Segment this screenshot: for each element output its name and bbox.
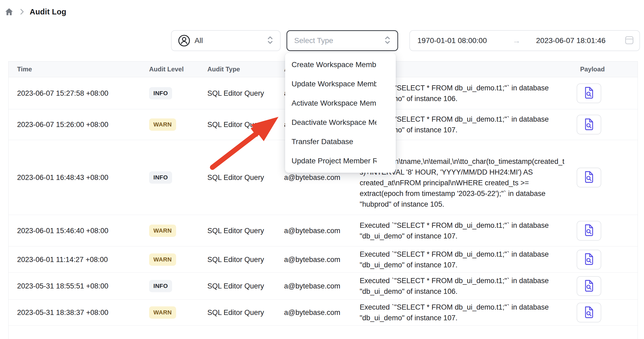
home-icon[interactable]	[5, 8, 13, 16]
breadcrumb: Audit Log	[5, 6, 66, 17]
payload-view-button[interactable]	[577, 276, 601, 296]
audit-level-badge: INFO	[149, 280, 172, 292]
chevron-up-down-icon	[385, 36, 390, 45]
cell-actor: a@bytebase.com	[284, 173, 340, 182]
payload-view-button[interactable]	[577, 221, 601, 241]
cell-audit-level: INFO	[149, 280, 172, 292]
cell-time: 2023-05-31 18:55:51 +08:00	[17, 282, 108, 290]
column-header-time: Time	[17, 66, 32, 73]
cell-time: 2023-06-01 16:48:43 +08:00	[17, 173, 108, 182]
payload-view-button[interactable]	[577, 168, 601, 187]
person-circle-icon	[178, 34, 190, 47]
table-row: 2023-05-31 18:38:37 +08:00 WARN SQL Edit…	[9, 300, 638, 326]
cell-actor: a@bytebase.com	[284, 255, 340, 264]
type-option-label: Create Workspace Member	[292, 60, 377, 69]
document-search-icon	[583, 171, 595, 184]
type-option-item[interactable]: Update Project Member Role	[285, 151, 396, 171]
cell-audit-type: SQL Editor Query	[207, 255, 264, 264]
chevron-up-down-icon	[267, 36, 273, 45]
table-row	[9, 326, 638, 339]
arrow-right-icon: →	[513, 36, 521, 45]
payload-view-button[interactable]	[577, 115, 601, 134]
type-option-item[interactable]: Activate Workspace Member	[285, 94, 396, 113]
cell-actor: a@bytebase.com	[284, 309, 340, 317]
calendar-icon	[625, 36, 634, 45]
type-option-label: Update Project Member Role	[292, 157, 377, 165]
date-range-end[interactable]: 2023-06-07 18:01:46	[536, 36, 606, 45]
date-range-start[interactable]: 1970-01-01 08:00:00	[417, 36, 487, 45]
payload-view-button[interactable]	[577, 250, 601, 269]
cell-time: 2023-06-07 15:27:58 +08:00	[17, 89, 108, 97]
document-search-icon	[583, 306, 595, 319]
cell-audit-type: SQL Editor Query	[207, 173, 264, 182]
type-select-dropdown-menu: Create Workspace Member Update Workspace…	[285, 53, 396, 173]
cell-comment: Executed `"SELECT * FROM db_ui_demo.t1;"…	[360, 275, 568, 297]
cell-actor: a@bytebase.com	[284, 282, 340, 290]
cell-actor: a@bytebase.com	[284, 226, 340, 235]
cell-comment: Executed `"SELECT * FROM db_ui_demo.t1;"…	[360, 249, 568, 270]
column-header-audit-type: Audit Type	[207, 66, 240, 73]
cell-audit-type: SQL Editor Query	[207, 121, 264, 129]
cell-time: 2023-06-01 15:46:40 +08:00	[17, 226, 108, 235]
audit-level-badge: WARN	[149, 225, 176, 237]
cell-audit-level: WARN	[149, 253, 176, 266]
actor-filter-value: All	[195, 36, 203, 45]
cell-comment: Executed `"SELECT * FROM db_ui_demo.t1;"…	[360, 302, 568, 323]
cell-audit-level: WARN	[149, 118, 176, 131]
document-search-icon	[583, 279, 595, 293]
payload-view-button[interactable]	[577, 303, 601, 322]
type-option-item[interactable]: Transfer Database	[285, 132, 396, 151]
document-search-icon	[583, 118, 595, 132]
cell-audit-type: SQL Editor Query	[207, 89, 264, 97]
table-row: 2023-06-01 11:14:27 +08:00 WARN SQL Edit…	[9, 246, 638, 273]
audit-level-badge: INFO	[149, 87, 172, 99]
type-option-label: Update Workspace Member	[292, 80, 377, 88]
date-range-picker[interactable]: 1970-01-01 08:00:00 → 2023-06-07 18:01:4…	[409, 30, 640, 51]
cell-audit-level: INFO	[149, 171, 172, 184]
document-search-icon	[583, 253, 595, 266]
cell-audit-type: SQL Editor Query	[207, 226, 264, 235]
audit-level-badge: WARN	[149, 253, 176, 266]
chevron-right-icon	[20, 9, 24, 15]
cell-time: 2023-06-07 15:26:00 +08:00	[17, 121, 108, 129]
type-option-label: Activate Workspace Member	[292, 99, 377, 107]
audit-level-badge: INFO	[149, 171, 172, 184]
cell-audit-level: WARN	[149, 306, 176, 319]
type-option-item[interactable]: Create Workspace Member	[285, 55, 396, 74]
table-row: 2023-06-01 15:46:40 +08:00 WARN SQL Edit…	[9, 215, 638, 246]
table-row: 2023-05-31 18:55:51 +08:00 INFO SQL Edit…	[9, 273, 638, 300]
type-option-label: Transfer Database	[292, 137, 377, 146]
audit-level-badge: WARN	[149, 306, 176, 319]
payload-view-button[interactable]	[577, 83, 601, 103]
document-search-icon	[583, 86, 595, 100]
cell-audit-type: SQL Editor Query	[207, 282, 264, 290]
type-filter-select[interactable]: Select Type	[286, 30, 398, 51]
page-title: Audit Log	[30, 7, 66, 16]
cell-audit-type: SQL Editor Query	[207, 309, 264, 317]
document-search-icon	[583, 224, 595, 237]
type-filter-placeholder: Select Type	[294, 36, 333, 45]
audit-level-badge: WARN	[149, 118, 176, 131]
cell-time: 2023-06-01 11:14:27 +08:00	[17, 255, 108, 264]
cell-audit-level: INFO	[149, 87, 172, 99]
column-header-payload: Payload	[580, 66, 605, 73]
column-header-audit-level: Audit Level	[149, 66, 184, 73]
type-option-item[interactable]: Update Workspace Member	[285, 74, 396, 94]
type-option-item[interactable]: Deactivate Workspace Member	[285, 113, 396, 132]
cell-time: 2023-05-31 18:38:37 +08:00	[17, 309, 108, 317]
cell-comment: Executed `"SELECT * FROM db_ui_demo.t1;"…	[360, 220, 568, 241]
type-option-label: Deactivate Workspace Member	[292, 118, 377, 127]
actor-filter-select[interactable]: All	[171, 30, 281, 51]
cell-audit-level: WARN	[149, 225, 176, 237]
